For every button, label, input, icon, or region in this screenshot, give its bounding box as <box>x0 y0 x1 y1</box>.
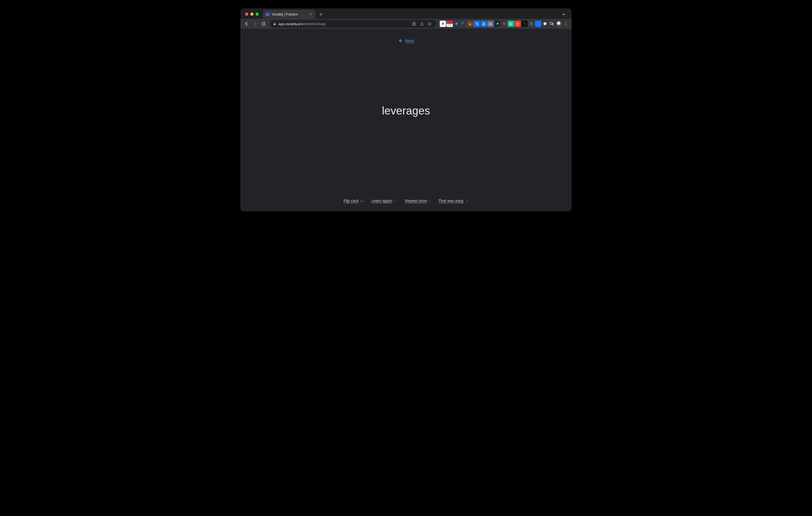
extension-devices-icon[interactable] <box>549 21 555 27</box>
extension-pokeball-icon[interactable] <box>446 21 453 27</box>
extension-meet-icon[interactable]: M <box>515 21 521 27</box>
nav-reload-button[interactable] <box>260 20 267 27</box>
arrow-right-key-icon: → <box>465 199 468 203</box>
flashcard-word: leverages <box>382 104 430 117</box>
card-actions: Flip card ⌴ Learn again ← Repeat soon ↓ … <box>344 199 468 203</box>
browser-window: Vocably | Practice ✕ <box>240 8 572 211</box>
tab-close-button[interactable]: ✕ <box>309 12 313 16</box>
tab-search-button[interactable] <box>560 11 568 18</box>
learn-again-button[interactable]: Learn again ← <box>372 199 397 203</box>
svg-point-6 <box>449 23 450 24</box>
extension-R-icon[interactable]: R <box>440 21 446 27</box>
bookmark-star-icon[interactable] <box>428 22 433 26</box>
arrow-left-icon <box>398 38 403 43</box>
svg-point-9 <box>469 23 470 24</box>
install-app-icon[interactable] <box>412 22 418 26</box>
svg-point-21 <box>531 23 532 24</box>
svg-rect-22 <box>550 23 552 24</box>
repeat-soon-button[interactable]: Repeat soon ↓ <box>405 199 431 203</box>
extension-m-icon[interactable]: m <box>487 21 494 27</box>
extension-gtranslate-icon[interactable] <box>474 21 480 27</box>
svg-rect-23 <box>552 23 553 25</box>
extension-monkey-icon[interactable] <box>467 21 473 27</box>
url-host: app.vocably.pro/deck/en/study <box>278 22 326 26</box>
back-link[interactable]: Back <box>398 38 414 43</box>
window-close-button[interactable] <box>245 12 248 16</box>
extension-flag-icon[interactable] <box>535 21 541 27</box>
extension-darkcircle-icon[interactable] <box>521 21 528 27</box>
flip-card-button[interactable]: Flip card ⌴ <box>344 199 364 203</box>
svg-text:M: M <box>517 23 519 25</box>
extension-send-icon[interactable] <box>494 21 500 27</box>
new-tab-button[interactable] <box>317 11 325 18</box>
svg-rect-0 <box>266 13 267 16</box>
extension-puzzle-icon[interactable] <box>542 21 548 27</box>
browser-menu-button[interactable]: ⋮ <box>563 22 569 26</box>
space-key-icon: ⌴ <box>360 199 364 203</box>
extension-diamond-icon[interactable] <box>453 21 460 27</box>
share-icon[interactable] <box>420 22 426 26</box>
extension-download-icon[interactable] <box>481 21 487 27</box>
that-was-easy-button[interactable]: That was easy → <box>438 199 468 203</box>
back-link-label: Back <box>405 38 414 43</box>
browser-toolbar: app.vocably.pro/deck/en/study RmM ⋮ <box>240 19 572 29</box>
browser-tab[interactable]: Vocably | Practice ✕ <box>263 10 315 19</box>
extension-wifi-icon[interactable] <box>460 21 466 27</box>
tab-favicon-icon <box>265 12 270 17</box>
extension-bar: RmM <box>439 21 555 27</box>
svg-point-20 <box>530 23 531 24</box>
extension-pocket-icon[interactable] <box>501 21 507 27</box>
svg-point-19 <box>530 22 533 25</box>
svg-rect-11 <box>475 22 479 26</box>
lock-icon <box>273 22 276 26</box>
address-bar[interactable]: app.vocably.pro/deck/en/study <box>270 20 437 28</box>
tab-strip: Vocably | Practice ✕ <box>240 8 572 19</box>
extension-grammarly-icon[interactable] <box>508 21 514 27</box>
arrow-left-key-icon: ← <box>394 199 397 203</box>
window-controls <box>245 12 259 16</box>
window-minimize-button[interactable] <box>250 12 254 16</box>
arrow-down-key-icon: ↓ <box>429 199 431 203</box>
nav-back-button[interactable] <box>243 20 250 27</box>
tab-title: Vocably | Practice <box>272 12 306 16</box>
svg-rect-2 <box>273 24 276 25</box>
svg-rect-18 <box>524 24 525 24</box>
svg-point-10 <box>470 23 471 24</box>
svg-rect-1 <box>268 13 269 16</box>
page-content: Back leverages Flip card ⌴ Learn again ←… <box>240 29 572 211</box>
profile-avatar[interactable] <box>556 21 562 26</box>
window-maximize-button[interactable] <box>256 12 259 16</box>
nav-forward-button[interactable] <box>252 20 259 27</box>
extension-owl-icon[interactable] <box>528 21 534 27</box>
